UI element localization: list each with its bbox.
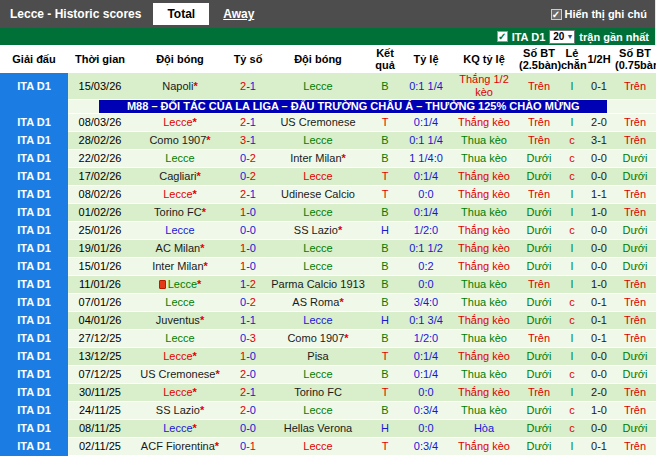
away-team-cell[interactable]: Lecce	[268, 168, 368, 186]
home-team-cell[interactable]: Lecce	[132, 294, 228, 312]
away-team-cell[interactable]: Pisa	[268, 348, 368, 366]
home-team-cell[interactable]: Lecce*	[132, 276, 228, 294]
away-goals: 3	[250, 332, 256, 344]
date-cell: 08/11/25	[68, 420, 132, 438]
away-team-cell[interactable]: Torino FC	[268, 384, 368, 402]
home-team-name: Lecce	[163, 350, 192, 362]
table-row: ITA D124/11/25SS Lazio*2-0LecceB0:3/4Thu…	[0, 402, 656, 420]
home-team-cell[interactable]: US Cremonese*	[132, 366, 228, 384]
away-goals: 1	[250, 314, 256, 326]
home-team-cell[interactable]: Cagliari*	[132, 168, 228, 186]
favorite-star-icon: *	[204, 260, 208, 272]
halftime-score-cell: 0-0	[584, 420, 614, 438]
away-team-cell[interactable]: Lecce	[268, 240, 368, 258]
odds-cell: 0:0	[402, 186, 450, 204]
tab-away[interactable]: Away	[219, 3, 258, 25]
away-team-cell[interactable]: AS Roma*	[268, 294, 368, 312]
result-cell: T	[368, 348, 402, 366]
away-team-cell[interactable]: Lecce	[268, 438, 368, 456]
halftime-score-cell: 1-0	[584, 276, 614, 294]
odd-even-cell: l	[560, 204, 584, 222]
home-team-cell[interactable]: Lecce*	[132, 384, 228, 402]
league-cell: ITA D1	[0, 73, 68, 100]
score-cell: 1-0	[228, 204, 268, 222]
historic-scores-panel: Lecce - Historic scores Total Away ✓ Hiể…	[0, 0, 656, 456]
odd-even-cell: l	[560, 186, 584, 204]
home-team-name: AC Milan	[156, 242, 201, 254]
over-under-25-cell: Dưới	[518, 258, 560, 276]
odd-even-cell: c	[560, 402, 584, 420]
score-cell: 2-1	[228, 186, 268, 204]
tab-total[interactable]: Total	[153, 3, 209, 25]
home-team-cell[interactable]: Napoli*	[132, 73, 228, 100]
away-team-name: Lecce	[303, 314, 332, 326]
away-team-cell[interactable]: Lecce	[268, 402, 368, 420]
show-notes-toggle[interactable]: ✓ Hiển thị ghi chú	[551, 8, 656, 20]
away-team-cell[interactable]: Lecce	[268, 73, 368, 100]
over-under-25-cell: Trên	[518, 276, 560, 294]
over-under-075-cell: Trên	[614, 73, 656, 100]
table-row: ITA D108/11/25Lecce*0-0Hellas VeronaH0:0…	[0, 420, 656, 438]
away-goals: 1	[250, 386, 256, 398]
date-cell: 07/01/26	[68, 294, 132, 312]
odd-even-cell: l	[560, 114, 584, 132]
away-team-cell[interactable]: Lecce	[268, 312, 368, 330]
home-team-cell[interactable]: Torino FC*	[132, 204, 228, 222]
odds-cell: 1/2:0	[402, 222, 450, 240]
away-team-cell[interactable]: US Cremonese	[268, 114, 368, 132]
away-team-cell[interactable]: Lecce	[268, 204, 368, 222]
away-goals: 2	[250, 278, 256, 290]
home-team-cell[interactable]: Lecce	[132, 222, 228, 240]
league-cell: ITA D1	[0, 240, 68, 258]
odd-even-cell: l	[560, 348, 584, 366]
home-team-name: Lecce	[168, 278, 197, 290]
home-team-cell[interactable]: Como 1907*	[132, 132, 228, 150]
league-checkbox[interactable]: ✓	[497, 31, 508, 42]
col-header: Thời gian	[68, 45, 132, 73]
result-cell: T	[368, 438, 402, 456]
halftime-score-cell: 0-0	[584, 258, 614, 276]
home-team-cell[interactable]: Lecce	[132, 330, 228, 348]
away-team-cell[interactable]: Inter Milan*	[268, 150, 368, 168]
home-team-cell[interactable]: Lecce*	[132, 186, 228, 204]
odds-result-cell: Thắng kèo	[450, 348, 518, 366]
ad-banner[interactable]: M88 – ĐỐI TÁC CỦA LA LIGA – ĐẤU TRƯỜNG C…	[99, 100, 607, 113]
away-team-cell[interactable]: Lecce	[268, 366, 368, 384]
table-header-row: Giải đấuThời gianĐội bóngTỷ sốĐội bóngKế…	[0, 45, 656, 73]
away-team-cell[interactable]: Lecce	[268, 258, 368, 276]
away-goals: 0	[250, 404, 256, 416]
home-team-cell[interactable]: Lecce	[132, 150, 228, 168]
home-team-cell[interactable]: Lecce*	[132, 114, 228, 132]
odds-cell: 0:3/4	[402, 402, 450, 420]
away-team-cell[interactable]: SS Lazio*	[268, 222, 368, 240]
home-team-cell[interactable]: Juventus*	[132, 312, 228, 330]
away-team-cell[interactable]: Parma Calcio 1913	[268, 276, 368, 294]
home-team-name: Lecce	[165, 332, 194, 344]
away-team-name: Lecce	[303, 242, 332, 254]
odd-even-cell: l	[560, 240, 584, 258]
odds-cell: 0:1/4	[402, 204, 450, 222]
checkbox-check-icon[interactable]: ✓	[551, 9, 562, 20]
result-cell: T	[368, 114, 402, 132]
col-header: Giải đấu	[0, 45, 68, 73]
away-team-cell[interactable]: Lecce	[268, 132, 368, 150]
over-under-25-cell: Dưới	[518, 366, 560, 384]
match-count-select[interactable]: 20 ▼	[549, 30, 575, 44]
halftime-score-cell: 0-1	[584, 438, 614, 456]
away-team-cell[interactable]: Como 1907*	[268, 330, 368, 348]
home-team-cell[interactable]: AC Milan*	[132, 240, 228, 258]
result-cell: T	[368, 384, 402, 402]
over-under-25-cell: Dưới	[518, 222, 560, 240]
table-row: ITA D107/12/25US Cremonese*2-0LecceB0:1/…	[0, 366, 656, 384]
home-team-cell[interactable]: ACF Fiorentina*	[132, 438, 228, 456]
favorite-star-icon: *	[193, 386, 197, 398]
home-team-cell[interactable]: Inter Milan*	[132, 258, 228, 276]
home-team-cell[interactable]: Lecce*	[132, 420, 228, 438]
away-team-cell[interactable]: Udinese Calcio	[268, 186, 368, 204]
odds-cell: 0:2	[402, 258, 450, 276]
home-team-cell[interactable]: Lecce*	[132, 348, 228, 366]
home-team-name: Como 1907	[149, 134, 206, 146]
home-team-cell[interactable]: SS Lazio*	[132, 402, 228, 420]
col-header: Đội bóng	[268, 45, 368, 73]
away-team-cell[interactable]: Hellas Verona	[268, 420, 368, 438]
